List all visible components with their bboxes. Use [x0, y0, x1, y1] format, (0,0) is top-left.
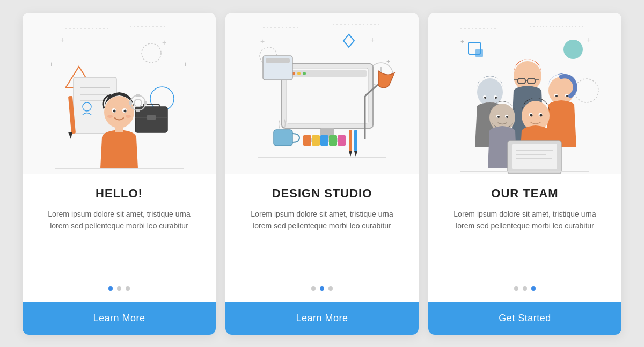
- card-our-team: + +: [428, 13, 621, 335]
- dot-3-3: [531, 286, 536, 291]
- svg-rect-61: [329, 135, 337, 146]
- svg-point-79: [484, 97, 486, 99]
- card-2-title: DESIGN STUDIO: [272, 187, 372, 201]
- svg-rect-60: [320, 135, 328, 146]
- svg-point-75: [564, 40, 583, 59]
- svg-rect-59: [312, 135, 320, 146]
- card-2-description: Lorem ipsum dolore sit amet, tristique u…: [241, 208, 402, 232]
- dot-1-3: [126, 286, 130, 291]
- svg-text:+: +: [587, 35, 591, 44]
- svg-rect-17: [147, 115, 156, 120]
- card-2-illustration: + + +: [225, 13, 419, 174]
- svg-point-100: [530, 114, 533, 116]
- dot-2-1: [311, 286, 316, 291]
- card-design-studio: + + +: [225, 13, 419, 335]
- dot-1-2: [117, 286, 121, 291]
- svg-text:+: +: [260, 37, 265, 46]
- card-3-title: OUR TEAM: [491, 187, 558, 201]
- card-1-content: HELLO! Lorem ipsum dolore sit amet, tris…: [23, 174, 216, 302]
- svg-point-95: [497, 116, 500, 118]
- svg-point-84: [555, 95, 558, 97]
- card-hello: + + + +: [23, 13, 216, 335]
- svg-point-24: [113, 109, 116, 112]
- svg-text:+: +: [162, 38, 166, 47]
- card-2-dots: [311, 286, 333, 291]
- svg-rect-30: [136, 94, 140, 97]
- card-1-title: HELLO!: [96, 187, 143, 201]
- get-started-button[interactable]: Get Started: [428, 302, 621, 335]
- dot-3-2: [523, 286, 527, 291]
- svg-marker-65: [349, 151, 352, 157]
- card-1-dots: [108, 286, 130, 291]
- svg-point-26: [107, 115, 113, 118]
- dot-3-1: [514, 286, 518, 291]
- svg-point-74: [575, 79, 598, 102]
- svg-rect-32: [144, 101, 147, 105]
- svg-point-29: [134, 99, 142, 107]
- svg-point-25: [124, 109, 127, 112]
- card-3-dots: [514, 286, 536, 291]
- svg-point-96: [506, 116, 508, 118]
- svg-point-7: [142, 43, 161, 63]
- svg-point-76: [477, 78, 503, 106]
- dot-2-3: [328, 286, 333, 291]
- svg-rect-62: [338, 135, 346, 146]
- svg-point-85: [566, 95, 568, 97]
- card-2-content: DESIGN STUDIO Lorem ipsum dolore sit ame…: [225, 174, 419, 302]
- svg-point-27: [126, 115, 131, 118]
- svg-rect-54: [266, 58, 290, 63]
- svg-rect-63: [349, 130, 352, 151]
- svg-text:+: +: [460, 38, 464, 46]
- svg-text:+: +: [49, 61, 53, 68]
- svg-point-51: [297, 72, 301, 75]
- svg-text:+: +: [184, 61, 187, 68]
- card-3-illustration: + +: [428, 13, 621, 174]
- cards-container: + + + +: [12, 2, 632, 345]
- learn-more-button-2[interactable]: Learn More: [225, 302, 419, 335]
- svg-rect-33: [129, 101, 132, 105]
- svg-rect-73: [475, 49, 483, 57]
- svg-marker-66: [354, 151, 357, 157]
- svg-text:+: +: [370, 35, 375, 44]
- card-3-description: Lorem ipsum dolore sit amet, tristique u…: [444, 208, 605, 232]
- svg-rect-64: [354, 130, 357, 151]
- svg-text:+: +: [60, 35, 64, 44]
- svg-point-80: [495, 97, 497, 99]
- card-1-description: Lorem ipsum dolore sit amet, tristique u…: [39, 208, 200, 232]
- svg-rect-103: [512, 144, 557, 169]
- svg-rect-107: [508, 173, 561, 174]
- dot-1-1: [108, 286, 113, 291]
- svg-point-101: [540, 114, 543, 116]
- team-svg: + +: [428, 13, 621, 174]
- hello-svg: + + + +: [23, 13, 216, 174]
- design-svg: + + +: [225, 13, 419, 174]
- svg-point-21: [104, 96, 134, 128]
- svg-rect-58: [303, 135, 311, 146]
- svg-point-52: [303, 72, 306, 75]
- learn-more-button-1[interactable]: Learn More: [23, 302, 216, 335]
- svg-rect-31: [136, 109, 140, 112]
- card-3-content: OUR TEAM Lorem ipsum dolore sit amet, tr…: [428, 174, 621, 302]
- svg-rect-57: [274, 130, 292, 146]
- card-1-illustration: + + + +: [23, 13, 216, 174]
- svg-marker-40: [343, 34, 354, 47]
- dot-2-2: [320, 286, 324, 291]
